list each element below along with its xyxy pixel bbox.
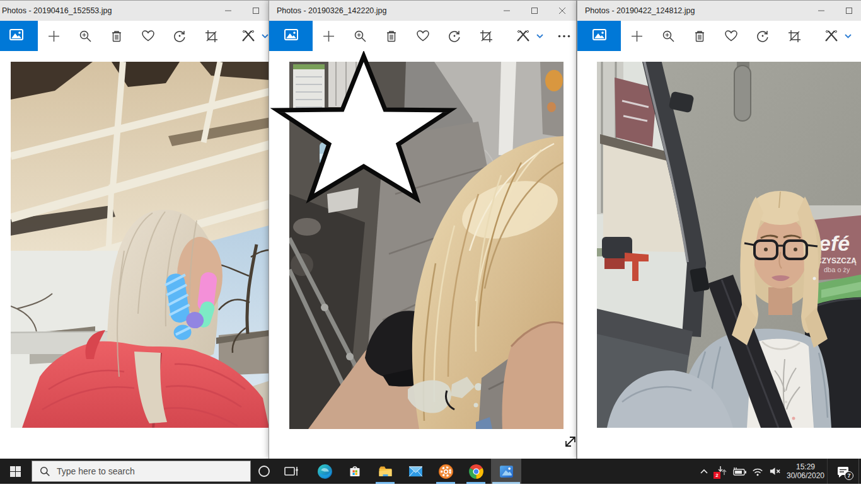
favorite-button[interactable]: [407, 21, 439, 51]
edit-create-button[interactable]: [512, 21, 534, 51]
maximize-button[interactable]: [521, 1, 548, 21]
edit-create-button[interactable]: [821, 21, 842, 51]
minimize-button[interactable]: [493, 1, 521, 21]
chevron-up-icon: [700, 468, 708, 474]
delete-button[interactable]: [684, 21, 715, 51]
edit-create-button[interactable]: [238, 21, 259, 51]
delete-button[interactable]: [376, 21, 407, 51]
mail-icon: [408, 464, 424, 478]
titlebar[interactable]: Photos - 20190416_152553.jpg: [0, 1, 298, 21]
tray-battery-icon[interactable]: [731, 459, 749, 484]
maximize-button[interactable]: [835, 1, 861, 21]
zoom-button[interactable]: [652, 21, 684, 51]
notification-badge: 7: [845, 471, 853, 480]
running-indicator: [466, 482, 485, 484]
photos-app-icon: [499, 464, 514, 479]
tray-show-hidden-icons-button[interactable]: [696, 459, 712, 484]
photos-window-2: Photos - 20190326_142220.jpg: [269, 0, 577, 459]
running-indicator: [436, 482, 455, 484]
tray-clock[interactable]: 15:29 30/06/2020: [785, 459, 826, 484]
wifi-icon: [751, 466, 764, 476]
gear-app-icon: [438, 464, 454, 479]
minimize-button[interactable]: [214, 1, 242, 21]
window-title: Photos - 20190326_142220.jpg: [269, 6, 386, 15]
start-button[interactable]: [0, 459, 30, 484]
rotate-button[interactable]: [439, 21, 470, 51]
photo-canvas[interactable]: efé CZYSZCZĄ dba o ży: [597, 62, 861, 428]
search-placeholder: Type here to search: [57, 466, 135, 476]
fullscreen-button[interactable]: [563, 434, 576, 449]
zoom-button[interactable]: [69, 21, 101, 51]
show-desktop-button[interactable]: [858, 459, 861, 484]
taskbar: Type here to search: [0, 459, 861, 484]
tray-update-icon[interactable]: 2: [712, 459, 731, 484]
clock-date: 30/06/2020: [787, 471, 824, 480]
taskbar-app-mail[interactable]: [400, 459, 430, 484]
delete-button[interactable]: [101, 21, 132, 51]
running-indicator: [376, 482, 395, 484]
window-title: Photos - 20190416_152553.jpg: [0, 6, 112, 15]
see-more-button[interactable]: [552, 21, 577, 51]
banner-brand-text: efé: [819, 231, 850, 255]
chrome-icon: [468, 464, 484, 479]
tray-volume-muted-icon[interactable]: [766, 459, 785, 484]
photo-canvas[interactable]: [289, 62, 563, 429]
bottom-strip: [0, 484, 861, 504]
update-badge: 2: [714, 472, 720, 479]
cortana-button[interactable]: [251, 459, 277, 484]
window-title: Photos - 20190422_124812.jpg: [577, 6, 695, 15]
taskbar-app-chrome[interactable]: [461, 459, 491, 484]
photo-canvas[interactable]: [11, 62, 278, 428]
tray-wifi-icon[interactable]: [749, 459, 766, 484]
photos-toolbar: [0, 21, 298, 51]
photos-logo-icon: [592, 29, 606, 43]
photos-window-3: Photos - 20190422_124812.jpg: [577, 0, 861, 459]
taskbar-app-edge[interactable]: [309, 459, 340, 484]
photos-toolbar: [577, 21, 861, 51]
volume-mute-icon: [769, 466, 782, 476]
photos-window-1: Photos - 20190416_152553.jpg: [0, 0, 298, 459]
add-to-button[interactable]: [313, 21, 344, 51]
favorite-button[interactable]: [132, 21, 164, 51]
zoom-button[interactable]: [344, 21, 376, 51]
taskbar-app-settings-gear[interactable]: [430, 459, 461, 484]
close-button[interactable]: [548, 1, 576, 21]
desktop: Photos - 20190416_152553.jpg: [0, 0, 861, 504]
add-to-button[interactable]: [621, 21, 652, 51]
file-explorer-icon: [378, 464, 393, 479]
windows-logo-icon: [10, 466, 21, 477]
rotate-button[interactable]: [164, 21, 195, 51]
rotate-button[interactable]: [747, 21, 778, 51]
titlebar[interactable]: Photos - 20190326_142220.jpg: [269, 1, 576, 21]
crop-button[interactable]: [778, 21, 810, 51]
photos-logo-icon: [9, 29, 23, 43]
taskbar-app-photos[interactable]: [491, 459, 521, 484]
maximize-button[interactable]: [242, 1, 270, 21]
expand-edit-menu-button[interactable]: [534, 21, 545, 51]
taskbar-app-store[interactable]: [340, 459, 370, 484]
banner-line1-text: CZYSZCZĄ: [816, 256, 857, 265]
action-center-button[interactable]: 7: [827, 459, 858, 484]
favorite-button[interactable]: [715, 21, 747, 51]
taskbar-app-file-explorer[interactable]: [370, 459, 400, 484]
battery-icon: [733, 467, 747, 476]
banner-line2-text: dba o ży: [824, 266, 850, 273]
cortana-icon: [258, 465, 270, 478]
minimize-button[interactable]: [807, 1, 835, 21]
expand-edit-menu-button[interactable]: [842, 21, 853, 51]
see-all-photos-button[interactable]: [577, 21, 621, 51]
crop-button[interactable]: [470, 21, 502, 51]
photos-toolbar: [269, 21, 576, 51]
running-indicator: [492, 482, 520, 484]
see-all-photos-button[interactable]: [0, 21, 38, 51]
see-all-photos-button[interactable]: [269, 21, 313, 51]
clock-time: 15:29: [796, 462, 815, 471]
edge-icon: [317, 464, 333, 479]
photos-logo-icon: [284, 29, 298, 43]
task-view-button[interactable]: [277, 459, 305, 484]
titlebar[interactable]: Photos - 20190422_124812.jpg: [577, 1, 861, 21]
add-to-button[interactable]: [38, 21, 69, 51]
task-view-icon: [284, 464, 299, 478]
crop-button[interactable]: [195, 21, 227, 51]
search-input[interactable]: Type here to search: [32, 461, 251, 482]
